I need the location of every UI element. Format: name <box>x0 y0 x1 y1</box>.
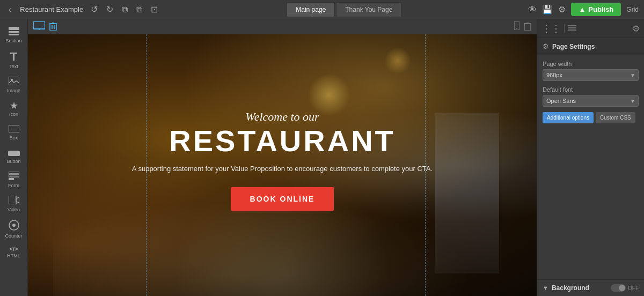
eye-icon[interactable]: 👁 <box>528 5 537 14</box>
sidebar-label-image: Image <box>7 88 20 93</box>
toggle-thumb <box>619 285 625 291</box>
hero-description: A supporting statement for your Value Pr… <box>121 164 443 174</box>
sidebar-label-section: Section <box>5 38 21 43</box>
copy-button[interactable]: ⧉ <box>120 4 130 16</box>
background-section[interactable]: ▼ Background OFF <box>537 279 644 296</box>
book-online-button[interactable]: BOOK ONLINE <box>231 187 334 210</box>
main-content: Section T Text Image ★ Icon Box Button <box>0 19 644 296</box>
panel-gear-icon[interactable]: ⚙ <box>632 24 640 34</box>
toggle-track[interactable] <box>611 284 626 292</box>
canvas-top-bar <box>28 19 537 34</box>
page-width-group: Page width 960px 1200px 800px ▼ <box>543 61 639 81</box>
text-icon: T <box>10 51 17 63</box>
sidebar-item-counter[interactable]: Counter <box>2 217 26 242</box>
sidebar-label-box: Box <box>10 135 18 140</box>
sidebar-item-video[interactable]: Video <box>2 193 26 216</box>
icon-icon: ★ <box>10 101 18 110</box>
svg-rect-9 <box>9 178 14 180</box>
button-icon <box>8 148 20 158</box>
settings-icon[interactable]: ⚙ <box>558 4 566 14</box>
sidebar-label-html: HTML <box>7 253 20 258</box>
sidebar-label-icon: Icon <box>9 112 18 117</box>
section-icon <box>9 27 19 37</box>
sidebar-item-icon[interactable]: ★ Icon <box>2 98 26 120</box>
svg-marker-11 <box>16 197 19 203</box>
form-icon <box>9 172 19 182</box>
svg-rect-24 <box>524 24 531 31</box>
options-button-row: Additional options Custom CSS <box>543 112 639 123</box>
page-settings-title: Page Settings <box>552 43 595 50</box>
canvas-delete-icon[interactable] <box>524 22 531 32</box>
hero-section: Welcome to our RESTAURANT A supporting s… <box>28 34 537 296</box>
svg-rect-2 <box>9 34 19 35</box>
background-section-label: Background <box>552 284 608 292</box>
publish-icon: ▲ <box>579 5 586 13</box>
mobile-device-icon[interactable] <box>514 21 519 32</box>
sidebar-label-form: Form <box>8 183 19 188</box>
tab-thank-you-page[interactable]: Thank You Page <box>336 2 401 17</box>
default-font-select-wrapper: Open Sans Roboto Arial ▼ <box>543 95 639 107</box>
svg-rect-10 <box>9 196 16 204</box>
toolbar-icons: ↺ ↻ ⧉ ⧉ ⊡ <box>89 3 160 16</box>
additional-options-button[interactable]: Additional options <box>543 112 594 123</box>
delete-section-icon[interactable] <box>49 22 57 32</box>
box-icon <box>9 124 19 134</box>
sidebar-item-button[interactable]: Button <box>2 145 26 167</box>
panel-layout-icon[interactable] <box>568 24 576 33</box>
back-button[interactable]: ‹ <box>5 4 14 16</box>
top-bar: ‹ Restaurant Example ↺ ↻ ⧉ ⧉ ⊡ Main page… <box>0 0 644 19</box>
top-bar-right: 👁 💾 ⚙ ▲ Publish Grid <box>528 3 639 16</box>
redo-button[interactable]: ↻ <box>104 3 115 16</box>
publish-button[interactable]: ▲ Publish <box>571 3 621 16</box>
svg-point-23 <box>516 28 517 29</box>
svg-rect-6 <box>8 151 20 156</box>
sidebar-item-form[interactable]: Form <box>2 168 26 191</box>
sidebar-item-html[interactable]: </> HTML <box>2 243 26 262</box>
paste-button[interactable]: ⧉ <box>134 4 144 16</box>
top-bar-left: ‹ Restaurant Example ↺ ↻ ⧉ ⧉ ⊡ <box>5 3 160 16</box>
toggle-off-label: OFF <box>628 285 639 291</box>
right-panel: ⋮⋮ ⚙ ⚙ Page Settings Page width 960px 12… <box>537 19 644 296</box>
panel-dots-icon[interactable]: ⋮⋮ <box>541 23 561 34</box>
sidebar-item-section[interactable]: Section <box>2 24 26 47</box>
grid-label: Grid <box>626 6 639 13</box>
sidebar-item-box[interactable]: Box <box>2 121 26 144</box>
sidebar-label-counter: Counter <box>5 233 22 239</box>
custom-css-button[interactable]: Custom CSS <box>596 112 635 123</box>
page-settings-header: ⚙ Page Settings <box>537 38 644 55</box>
counter-icon <box>9 220 19 232</box>
hero-background: Welcome to our RESTAURANT A supporting s… <box>28 34 537 296</box>
canvas-controls-right <box>514 21 531 32</box>
html-icon: </> <box>10 246 18 252</box>
tab-main-page[interactable]: Main page <box>287 2 335 17</box>
desktop-device-icon[interactable] <box>33 21 45 33</box>
sidebar-label-button: Button <box>6 159 20 164</box>
page-width-select[interactable]: 960px 1200px 800px <box>543 69 639 81</box>
cut-button[interactable]: ⊡ <box>149 3 160 16</box>
default-font-group: Default font Open Sans Roboto Arial ▼ <box>543 86 639 107</box>
sidebar-label-text: Text <box>9 64 18 69</box>
left-sidebar: Section T Text Image ★ Icon Box Button <box>0 19 28 296</box>
hero-subtitle: Welcome to our <box>121 110 443 124</box>
save-icon[interactable]: 💾 <box>542 4 553 14</box>
default-font-select[interactable]: Open Sans Roboto Arial <box>543 95 639 107</box>
svg-rect-3 <box>9 77 19 85</box>
sidebar-label-video: Video <box>8 207 20 212</box>
svg-rect-17 <box>50 24 56 31</box>
tab-area: Main page Thank You Page <box>287 2 401 17</box>
canvas-area: Welcome to our RESTAURANT A supporting s… <box>28 19 537 296</box>
bokeh-light-2 <box>384 47 411 74</box>
undo-button[interactable]: ↺ <box>89 3 100 16</box>
panel-tabs: ⋮⋮ ⚙ <box>537 19 644 38</box>
publish-label: Publish <box>588 5 613 13</box>
default-font-label: Default font <box>543 86 639 93</box>
panel-tab-separator <box>564 24 565 33</box>
sidebar-item-text[interactable]: T Text <box>2 48 26 72</box>
svg-rect-7 <box>9 172 19 174</box>
collapse-arrow-icon: ▼ <box>543 285 548 291</box>
page-width-label: Page width <box>543 61 639 67</box>
sidebar-item-image[interactable]: Image <box>2 73 26 97</box>
svg-rect-0 <box>9 27 19 30</box>
image-icon <box>9 77 19 87</box>
background-toggle[interactable]: OFF <box>611 284 639 292</box>
